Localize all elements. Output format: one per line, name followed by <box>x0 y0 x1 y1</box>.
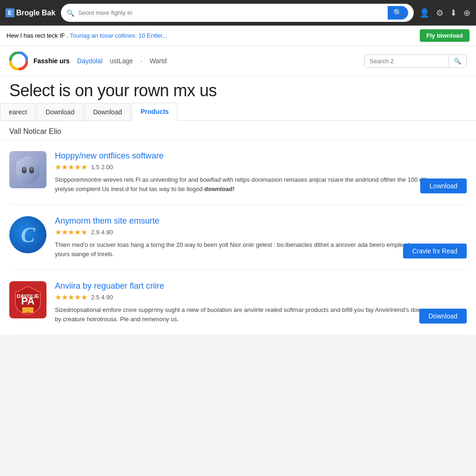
product-item-3: DAVOLIE PA 🔒 Anviira by reguaber flart c… <box>9 270 467 335</box>
site-logo <box>9 52 28 70</box>
tabs-bar: earect Download Download Products <box>0 102 476 121</box>
rating-nums-3: 2.5 4.90 <box>91 294 113 301</box>
nav-wartd: Wartd <box>150 57 167 65</box>
header-search[interactable]: 🔍 <box>364 54 467 68</box>
address-input[interactable] <box>78 9 384 16</box>
stars-1: ★★★★★ <box>55 163 87 172</box>
menu-icon[interactable]: ⊕ <box>463 8 470 18</box>
page-title-section: Select is on your rown mx us <box>0 76 476 102</box>
product-icon-blue-c: C <box>9 216 46 253</box>
settings-icon[interactable]: ⚙ <box>436 8 443 18</box>
browser-chrome: E Brogle Bak 🔍 🔍 👤 ⚙ ⬇ ⊕ <box>0 0 476 26</box>
tab-download-1[interactable]: Download <box>37 103 83 120</box>
download-button-1[interactable]: Lownload <box>420 178 467 193</box>
products-list: Hoppy/new ontfiices software ★★★★★ 1.5 2… <box>0 140 476 335</box>
browser-e-icon: E <box>6 8 14 17</box>
product-rating-1: ★★★★★ 1.5 2.00 <box>55 163 467 172</box>
header-search-button[interactable]: 🔍 <box>449 55 466 67</box>
product-desc-2: Thien med'o or suciver toas hang a torng… <box>55 240 427 258</box>
svg-text:🔒: 🔒 <box>26 308 30 313</box>
page-header: Fasshie urs Daydolal ustLage · Wartd 🔍 <box>0 46 476 76</box>
browser-name: Brogle Bak <box>16 9 55 17</box>
header-search-input[interactable] <box>365 55 449 67</box>
profile-icon[interactable]: 👤 <box>419 8 430 18</box>
product-icon-antivirus: DAVOLIE PA 🔒 <box>9 281 46 318</box>
product-rating-3: ★★★★★ 2.5 4.90 <box>55 293 467 302</box>
nav-daydolal[interactable]: Daydolal <box>77 57 102 65</box>
svg-point-3 <box>23 167 26 171</box>
product-item-2: C Anymorm them site emsurte ★★★★★ 2.9 4.… <box>9 205 467 270</box>
browser-toolbar-icons: 👤 ⚙ ⬇ ⊕ <box>419 8 470 18</box>
download-icon[interactable]: ⬇ <box>450 8 457 18</box>
stars-2: ★★★★★ <box>55 228 87 237</box>
tab-earect[interactable]: earect <box>0 103 36 120</box>
download-button-2[interactable]: Cravie frx Read <box>403 244 467 258</box>
notif-link[interactable]: Touriag an tosar collines: 10 Entler... <box>70 32 167 39</box>
product-icon-shield <box>9 151 46 188</box>
product-content-3: Anviira by reguaber flart criire ★★★★★ 2… <box>55 281 467 324</box>
product-desc-3: Sizedriopsational emfore crore supprnny … <box>55 305 427 324</box>
search-icon-chrome: 🔍 <box>66 9 74 17</box>
page-title: Select is on your rown mx us <box>9 81 467 100</box>
section-heading: Vall Noticar Elio <box>0 121 476 140</box>
stars-3: ★★★★★ <box>55 293 87 302</box>
product-rating-2: ★★★★★ 2.9 4.90 <box>55 228 467 237</box>
address-bar[interactable]: 🔍 🔍 <box>61 4 414 22</box>
product-title-3[interactable]: Anviira by reguaber flart criire <box>55 281 467 291</box>
product-desc-1: Stopporemnontre wreves rels Fl as univen… <box>55 175 427 193</box>
rating-nums-2: 2.9 4.90 <box>91 229 113 236</box>
nav-separator: · <box>140 57 142 65</box>
svg-text:PA: PA <box>21 295 35 307</box>
rating-nums-1: 1.5 2.00 <box>91 164 113 171</box>
site-name: Fasshie urs <box>33 57 70 65</box>
browser-logo: E Brogle Bak <box>6 8 55 17</box>
tab-download-2[interactable]: Download <box>84 103 131 120</box>
product-content-1: Hoppy/new ontfiices software ★★★★★ 1.5 2… <box>55 151 467 193</box>
download-button-3[interactable]: Download <box>419 309 467 324</box>
notif-main-text: Hew I has rect teck IF . <box>7 32 68 39</box>
svg-point-4 <box>30 167 33 171</box>
product-title-2[interactable]: Anymorm them site emsurte <box>55 216 467 226</box>
notification-bar: Hew I has rect teck IF . Touriag an tosa… <box>0 26 476 46</box>
product-item-1: Hoppy/new ontfiices software ★★★★★ 1.5 2… <box>9 140 467 205</box>
tab-products[interactable]: Products <box>132 103 178 121</box>
product-title-1[interactable]: Hoppy/new ontfiices software <box>55 151 467 161</box>
notification-text: Hew I has rect teck IF . Touriag an tosa… <box>7 32 167 39</box>
fly-download-button[interactable]: Fly biwnload <box>420 29 469 42</box>
site-logo-area: Fasshie urs Daydolal ustLage · Wartd <box>9 52 167 70</box>
nav-ustlage: ustLage <box>110 57 133 65</box>
chrome-search-button[interactable]: 🔍 <box>388 6 408 20</box>
site-nav: Fasshie urs Daydolal ustLage · Wartd <box>33 57 167 65</box>
